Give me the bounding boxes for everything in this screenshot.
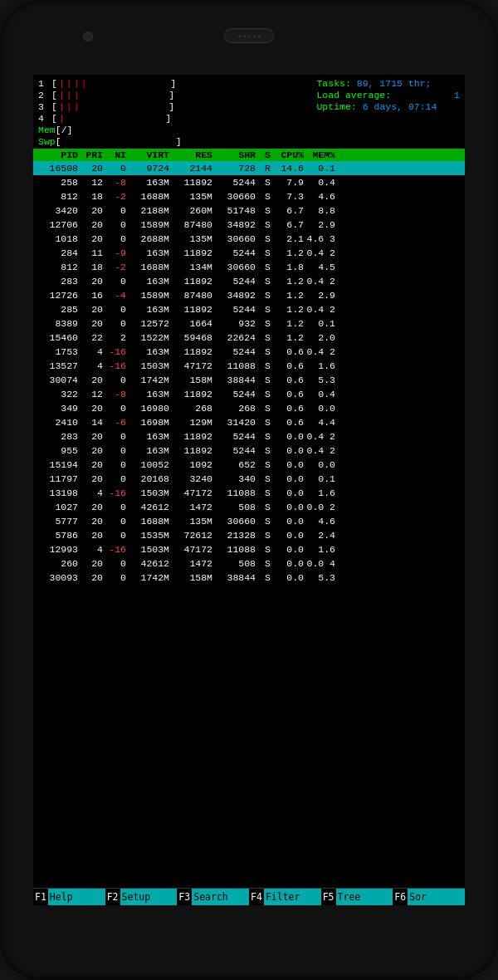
cell-shr: 51748 [212,205,256,216]
cell-shr: 11088 [212,544,256,555]
cell-virt: 163M [126,177,169,188]
cell-cpu: 1.2 [271,247,304,258]
cell-ni: -2 [103,191,126,202]
table-row[interactable]: 260 20 0 42612 1472 508 S 0.0 0.0 4 [33,556,465,571]
cell-pri: 4 [78,488,103,498]
cell-res: 135M [169,191,212,202]
cell-res: 59468 [169,332,212,343]
cell-virt: 9724 [126,163,169,174]
cell-ni: 2 [103,332,126,343]
footer-item-search[interactable]: F3 Search [177,889,249,905]
cell-shr: 5244 [212,445,256,456]
cell-shr: 30660 [212,233,256,244]
footer-item-sor[interactable]: F6 Sor [393,889,465,905]
table-row[interactable]: 30093 20 0 1742M 158M 38844 S 0.0 5.3 [33,571,465,585]
cell-res: 47172 [169,360,212,371]
cell-cpu: 1.2 [271,290,304,301]
cell-mem: 0.0 [304,403,335,414]
cell-mem: 0.4 2 [304,346,335,357]
table-row[interactable]: 955 20 0 163M 11892 5244 S 0.0 0.4 2 [33,443,465,458]
table-row[interactable]: 12706 20 0 1589M 87480 34892 S 6.7 2.9 [33,218,465,232]
cell-pri: 20 [78,459,103,470]
cell-cpu: 1.2 [271,332,304,343]
table-row[interactable]: 13198 4 -16 1503M 47172 11088 S 0.0 1.6 [33,486,465,500]
cell-mem: 4.6 3 [304,233,335,244]
table-row[interactable]: 1753 4 -16 163M 11892 5244 S 0.6 0.4 2 [33,345,465,359]
cell-mem: 4.5 [304,262,335,272]
front-camera [83,32,93,42]
cell-cpu: 0.0 [271,488,304,498]
cell-cpu: 0.6 [271,346,304,357]
cell-mem: 0.4 2 [304,247,335,258]
cell-mem: 2.4 [304,530,335,541]
cell-shr: 5244 [212,431,256,442]
cell-ni: -8 [103,177,126,188]
cell-shr: 340 [212,473,256,484]
table-row[interactable]: 13527 4 -16 1503M 47172 11088 S 0.6 1.6 [33,359,465,373]
cell-shr: 30660 [212,516,256,527]
cell-res: 158M [169,375,212,385]
footer-item-setup[interactable]: F2 Setup [105,889,178,905]
table-row[interactable]: 349 20 0 16980 268 268 S 0.6 0.0 [33,401,465,415]
cell-pri: 16 [78,290,103,301]
table-row[interactable]: 283 20 0 163M 11892 5244 S 0.0 0.4 2 [33,429,465,443]
cell-virt: 1698M [126,417,169,428]
footer-item-filter[interactable]: F4 Filter [249,889,321,905]
table-row[interactable]: 30074 20 0 1742M 158M 38844 S 0.6 5.3 [33,373,465,387]
cell-virt: 163M [126,431,169,442]
cell-virt: 10052 [126,459,169,470]
cell-shr: 22624 [212,332,256,343]
cell-pri: 18 [78,191,103,202]
cpu-row-4: 4 [ | ] [38,113,308,124]
cell-res: 11892 [169,247,212,258]
table-header: PID PRI NI VIRT RES SHR S CPU% MEM% [33,149,465,161]
cell-s: S [256,247,271,258]
table-row[interactable]: 5786 20 0 1535M 72612 21328 S 0.0 2.4 [33,528,465,542]
cell-cpu: 0.0 [271,445,304,456]
table-row[interactable]: 15460 22 2 1522M 59468 22624 S 1.2 2.0 [33,331,465,345]
cell-ni: 0 [103,276,126,287]
table-row[interactable]: 11797 20 0 20168 3240 340 S 0.0 0.1 [33,472,465,486]
cell-pid: 283 [37,431,78,442]
footer-label-4: Tree [336,889,393,905]
table-row[interactable]: 12726 16 -4 1589M 87480 34892 S 1.2 2.9 [33,288,465,302]
table-row[interactable]: 16508 20 0 9724 2144 728 R 14.6 0.1 [33,161,465,175]
cell-s: R [256,163,271,174]
table-row[interactable]: 2410 14 -6 1698M 129M 31420 S 0.6 4.4 [33,415,465,429]
table-row[interactable]: 285 20 0 163M 11892 5244 S 1.2 0.4 2 [33,302,465,316]
footer-item-tree[interactable]: F5 Tree [321,889,393,905]
cell-ni: -9 [103,247,126,258]
table-row[interactable]: 8389 20 0 12572 1664 932 S 1.2 0.1 [33,316,465,331]
cell-ni: 0 [103,473,126,484]
table-row[interactable]: 284 11 -9 163M 11892 5244 S 1.2 0.4 2 [33,246,465,260]
cell-cpu: 0.6 [271,389,304,399]
table-row[interactable]: 812 18 -2 1688M 134M 30660 S 1.8 4.5 [33,260,465,274]
table-row[interactable]: 15194 20 0 10052 1092 652 S 0.0 0.0 [33,458,465,472]
cell-shr: 5244 [212,304,256,315]
table-row[interactable]: 812 18 -2 1688M 135M 30660 S 7.3 4.6 [33,189,465,203]
col-pri: PRI [78,149,103,160]
cpu-num-1: 1 [38,78,50,89]
table-row[interactable]: 322 12 -8 163M 11892 5244 S 0.6 0.4 [33,387,465,401]
cell-res: 87480 [169,219,212,230]
cell-cpu: 0.0 [271,473,304,484]
table-row[interactable]: 258 12 -8 163M 11892 5244 S 7.9 0.4 [33,175,465,189]
table-row[interactable]: 3420 20 0 2188M 260M 51748 S 6.7 8.8 [33,203,465,218]
cell-mem: 0.4 2 [304,445,335,456]
table-row[interactable]: 283 20 0 163M 11892 5244 S 1.2 0.4 2 [33,274,465,288]
footer-label-2: Search [192,889,249,905]
table-row[interactable]: 1027 20 0 42612 1472 508 S 0.0 0.0 2 [33,500,465,514]
cell-res: 11892 [169,389,212,399]
footer-item-help[interactable]: F1 Help [33,889,105,905]
table-row[interactable]: 12993 4 -16 1503M 47172 11088 S 0.0 1.6 [33,542,465,556]
cell-virt: 1522M [126,332,169,343]
cell-virt: 16980 [126,403,169,414]
cell-ni: 0 [103,304,126,315]
table-row[interactable]: 5777 20 0 1688M 135M 30660 S 0.0 4.6 [33,514,465,528]
footer-key-4: F5 [321,889,336,905]
cell-virt: 1589M [126,290,169,301]
footer-key-1: F2 [105,889,120,905]
cell-cpu: 7.9 [271,177,304,188]
table-row[interactable]: 1018 20 0 2688M 135M 30660 S 2.1 4.6 3 [33,232,465,246]
cell-pid: 955 [37,445,78,456]
